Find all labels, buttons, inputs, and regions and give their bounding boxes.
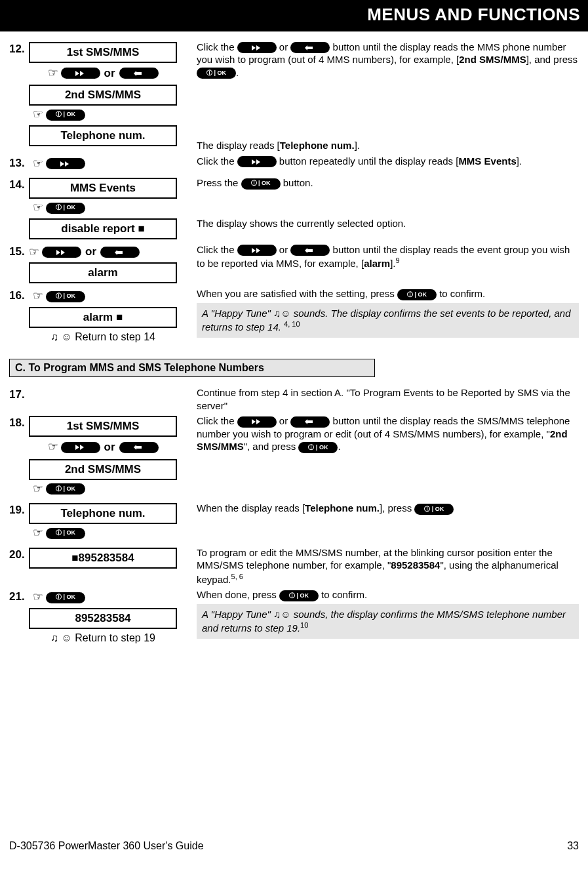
step-20-desc: To program or edit the MMS/SMS number, a… bbox=[193, 546, 579, 586]
hand-icon: ☞ bbox=[33, 156, 43, 171]
happy-tune-note: A "Happy Tune" ♫☺ sounds, the display co… bbox=[197, 604, 579, 639]
text: ]. bbox=[390, 258, 395, 269]
hand-icon: ☞ bbox=[29, 245, 39, 260]
ok-icon: ⓘ | OK bbox=[279, 590, 319, 601]
forward-icon bbox=[237, 245, 277, 256]
footnote-ref: 4, 10 bbox=[284, 320, 300, 328]
text: or bbox=[277, 415, 291, 426]
svg-marker-8 bbox=[56, 250, 60, 255]
display-alarm: alarm bbox=[29, 262, 177, 283]
svg-marker-10 bbox=[252, 248, 256, 253]
footnote-ref: 10 bbox=[300, 621, 308, 629]
text-bold: Telephone num. bbox=[305, 502, 380, 514]
display-1st-sms: 1st SMS/MMS bbox=[29, 42, 177, 63]
step-number: 17. bbox=[9, 386, 29, 402]
text: When the display reads [ bbox=[197, 502, 305, 514]
text: ]. bbox=[355, 140, 360, 151]
svg-marker-7 bbox=[256, 159, 260, 165]
step-12-desc2: The display reads [Telephone num.]. bbox=[197, 139, 579, 152]
text: The display reads [ bbox=[197, 140, 280, 151]
step-number: 18. bbox=[9, 414, 29, 430]
ok-icon: ⓘ | OK bbox=[46, 110, 85, 121]
text: to confirm. bbox=[319, 589, 367, 600]
svg-marker-5 bbox=[65, 161, 69, 167]
text: Press the bbox=[197, 177, 241, 188]
text: or bbox=[277, 41, 291, 52]
content-area: 12. 1st SMS/MMS ☞ or 2nd SMS/MMS ☞ ⓘ | O… bbox=[0, 31, 588, 648]
step-number: 14. bbox=[9, 176, 29, 192]
step-number: 16. bbox=[9, 287, 29, 303]
return-text: ♫ ☺ Return to step 19 bbox=[29, 632, 177, 645]
back-icon bbox=[290, 42, 330, 53]
ok-icon: ⓘ | OK bbox=[397, 289, 437, 300]
ok-icon: ⓘ | OK bbox=[46, 203, 85, 214]
step-21-desc: When done, press ⓘ | OK to confirm. bbox=[197, 588, 579, 601]
text-bold: alarm bbox=[364, 258, 390, 269]
hand-icon: ☞ bbox=[33, 481, 43, 496]
ok-icon: ⓘ | OK bbox=[46, 483, 85, 495]
text-bold: Telephone num. bbox=[280, 140, 355, 151]
ok-icon: ⓘ | OK bbox=[46, 291, 85, 302]
hand-icon: ☞ bbox=[48, 439, 58, 455]
step-15-desc: Click the or button until the display re… bbox=[193, 243, 579, 270]
display-alarm-selected: alarm ■ bbox=[29, 307, 177, 328]
text: ]. bbox=[517, 155, 522, 167]
svg-marker-0 bbox=[75, 71, 79, 76]
hand-icon: ☞ bbox=[33, 107, 43, 122]
text-bold: 895283584 bbox=[391, 559, 440, 571]
svg-marker-13 bbox=[80, 445, 84, 450]
return-text: ♫ ☺ Return to step 14 bbox=[29, 331, 177, 344]
forward-icon bbox=[237, 156, 277, 167]
text: button. bbox=[281, 177, 313, 188]
forward-icon bbox=[61, 68, 100, 79]
svg-marker-15 bbox=[256, 419, 260, 424]
display-number-entry: ■895283584 bbox=[29, 548, 177, 569]
or-label: or bbox=[104, 440, 115, 455]
step-number: 20. bbox=[9, 546, 29, 562]
step-number: 12. bbox=[9, 41, 29, 56]
svg-marker-4 bbox=[60, 161, 64, 167]
footnote-ref: 5, 6 bbox=[231, 573, 243, 580]
text: When you are satisfied with the setting,… bbox=[197, 288, 397, 299]
back-icon bbox=[100, 247, 140, 258]
text: . bbox=[236, 67, 239, 78]
step-13-desc: Click the button repeatedly until the di… bbox=[193, 155, 579, 168]
forward-icon bbox=[61, 442, 100, 453]
svg-marker-12 bbox=[75, 445, 79, 450]
ok-icon: ⓘ | OK bbox=[197, 68, 236, 79]
forward-icon bbox=[42, 247, 81, 258]
text-bold: MMS Events bbox=[458, 155, 516, 167]
svg-marker-1 bbox=[80, 71, 84, 76]
step-number: 21. bbox=[9, 588, 29, 604]
ok-icon: ⓘ | OK bbox=[241, 178, 281, 190]
or-label: or bbox=[104, 66, 115, 81]
page-footer: D-305736 PowerMaster 360 User's Guide 33 bbox=[0, 830, 588, 862]
back-icon bbox=[290, 245, 330, 256]
step-16-desc: When you are satisfied with the setting,… bbox=[197, 287, 579, 300]
svg-marker-3 bbox=[256, 45, 260, 51]
display-1st-sms: 1st SMS/MMS bbox=[29, 416, 177, 437]
svg-marker-6 bbox=[252, 159, 256, 165]
step-14-desc2: The display shows the currently selected… bbox=[197, 217, 579, 230]
step-number: 19. bbox=[9, 502, 29, 517]
page-number: 33 bbox=[567, 839, 579, 853]
forward-icon bbox=[46, 158, 85, 169]
hand-icon: ☞ bbox=[33, 590, 43, 605]
footnote-ref: 9 bbox=[396, 256, 400, 264]
text: to confirm. bbox=[437, 288, 485, 299]
text: Click the bbox=[197, 41, 237, 52]
text: Click the bbox=[197, 155, 237, 167]
ok-icon: ⓘ | OK bbox=[414, 504, 454, 515]
text: ", and press bbox=[244, 441, 299, 452]
ok-icon: ⓘ | OK bbox=[46, 528, 85, 539]
hand-icon: ☞ bbox=[33, 289, 43, 304]
step-17-desc: Continue from step 4 in section A. "To P… bbox=[193, 386, 579, 412]
hand-icon: ☞ bbox=[33, 200, 43, 215]
step-14-desc: Press the ⓘ | OK button. bbox=[197, 176, 579, 190]
text-bold: 2nd SMS/MMS bbox=[459, 54, 526, 65]
step-number: 15. bbox=[9, 243, 29, 259]
text: When done, press bbox=[197, 589, 279, 600]
step-12-desc: Click the or button until the display re… bbox=[197, 41, 579, 79]
back-icon bbox=[119, 442, 159, 453]
ok-icon: ⓘ | OK bbox=[298, 442, 338, 453]
